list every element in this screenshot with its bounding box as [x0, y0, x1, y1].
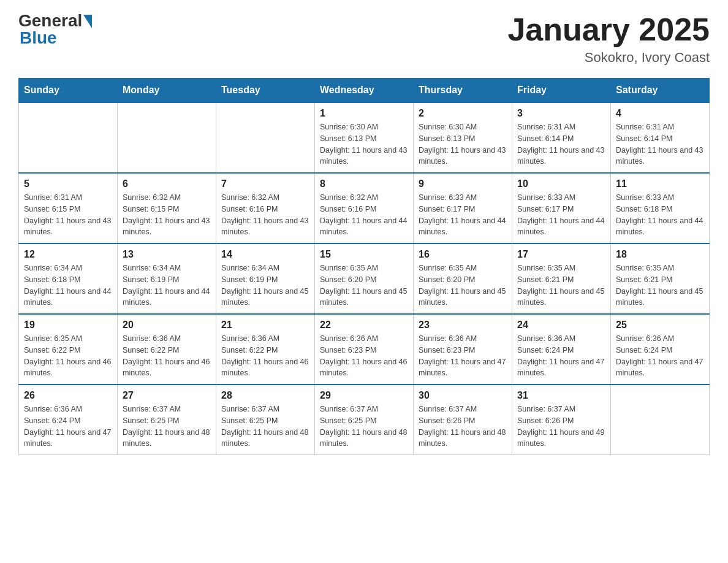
table-row: 7Sunrise: 6:32 AM Sunset: 6:16 PM Daylig… — [216, 173, 315, 243]
day-info: Sunrise: 6:36 AM Sunset: 6:24 PM Dayligh… — [616, 333, 704, 379]
day-number: 7 — [221, 178, 309, 190]
day-number: 22 — [320, 320, 408, 331]
table-row: 23Sunrise: 6:36 AM Sunset: 6:23 PM Dayli… — [414, 314, 512, 385]
day-info: Sunrise: 6:35 AM Sunset: 6:20 PM Dayligh… — [320, 262, 408, 308]
day-info: Sunrise: 6:36 AM Sunset: 6:22 PM Dayligh… — [123, 333, 211, 379]
day-info: Sunrise: 6:35 AM Sunset: 6:20 PM Dayligh… — [419, 262, 507, 308]
col-monday: Monday — [118, 79, 216, 103]
table-row: 25Sunrise: 6:36 AM Sunset: 6:24 PM Dayli… — [611, 314, 710, 385]
calendar-week-row: 26Sunrise: 6:36 AM Sunset: 6:24 PM Dayli… — [19, 385, 710, 455]
title-block: January 2025 Sokokro, Ivory Coast — [507, 12, 710, 66]
day-number: 20 — [123, 320, 211, 331]
table-row: 17Sunrise: 6:35 AM Sunset: 6:21 PM Dayli… — [512, 243, 611, 314]
table-row: 6Sunrise: 6:32 AM Sunset: 6:15 PM Daylig… — [118, 173, 216, 243]
day-number: 8 — [320, 178, 408, 190]
day-number: 13 — [123, 249, 211, 260]
table-row — [118, 102, 216, 173]
table-row: 10Sunrise: 6:33 AM Sunset: 6:17 PM Dayli… — [512, 173, 611, 243]
day-number: 23 — [419, 320, 507, 331]
table-row: 14Sunrise: 6:34 AM Sunset: 6:19 PM Dayli… — [216, 243, 315, 314]
day-info: Sunrise: 6:33 AM Sunset: 6:18 PM Dayligh… — [616, 192, 704, 238]
day-info: Sunrise: 6:36 AM Sunset: 6:22 PM Dayligh… — [221, 333, 309, 379]
calendar-week-row: 12Sunrise: 6:34 AM Sunset: 6:18 PM Dayli… — [19, 243, 710, 314]
table-row: 16Sunrise: 6:35 AM Sunset: 6:20 PM Dayli… — [414, 243, 512, 314]
table-row — [216, 102, 315, 173]
day-number: 11 — [616, 178, 704, 190]
table-row: 31Sunrise: 6:37 AM Sunset: 6:26 PM Dayli… — [512, 385, 611, 455]
calendar-week-row: 1Sunrise: 6:30 AM Sunset: 6:13 PM Daylig… — [19, 102, 710, 173]
table-row: 9Sunrise: 6:33 AM Sunset: 6:17 PM Daylig… — [414, 173, 512, 243]
table-row: 19Sunrise: 6:35 AM Sunset: 6:22 PM Dayli… — [19, 314, 118, 385]
day-info: Sunrise: 6:31 AM Sunset: 6:14 PM Dayligh… — [517, 121, 605, 167]
table-row: 3Sunrise: 6:31 AM Sunset: 6:14 PM Daylig… — [512, 102, 611, 173]
day-number: 28 — [221, 390, 309, 401]
day-info: Sunrise: 6:34 AM Sunset: 6:19 PM Dayligh… — [123, 262, 211, 308]
day-info: Sunrise: 6:36 AM Sunset: 6:23 PM Dayligh… — [320, 333, 408, 379]
table-row: 8Sunrise: 6:32 AM Sunset: 6:16 PM Daylig… — [315, 173, 414, 243]
calendar-header-row: Sunday Monday Tuesday Wednesday Thursday… — [19, 79, 710, 103]
day-number: 1 — [320, 108, 408, 119]
page-header: General Blue January 2025 Sokokro, Ivory… — [18, 12, 710, 66]
col-tuesday: Tuesday — [216, 79, 315, 103]
day-info: Sunrise: 6:35 AM Sunset: 6:22 PM Dayligh… — [24, 333, 112, 379]
day-info: Sunrise: 6:37 AM Sunset: 6:25 PM Dayligh… — [320, 404, 408, 450]
table-row: 24Sunrise: 6:36 AM Sunset: 6:24 PM Dayli… — [512, 314, 611, 385]
day-number: 27 — [123, 390, 211, 401]
day-number: 3 — [517, 108, 605, 119]
logo-blue: Blue — [20, 29, 57, 47]
day-number: 31 — [517, 390, 605, 401]
col-saturday: Saturday — [611, 79, 710, 103]
day-info: Sunrise: 6:36 AM Sunset: 6:23 PM Dayligh… — [419, 333, 507, 379]
table-row: 11Sunrise: 6:33 AM Sunset: 6:18 PM Dayli… — [611, 173, 710, 243]
day-number: 29 — [320, 390, 408, 401]
table-row: 26Sunrise: 6:36 AM Sunset: 6:24 PM Dayli… — [19, 385, 118, 455]
day-info: Sunrise: 6:34 AM Sunset: 6:19 PM Dayligh… — [221, 262, 309, 308]
table-row: 29Sunrise: 6:37 AM Sunset: 6:25 PM Dayli… — [315, 385, 414, 455]
day-number: 9 — [419, 178, 507, 190]
col-sunday: Sunday — [19, 79, 118, 103]
table-row: 15Sunrise: 6:35 AM Sunset: 6:20 PM Dayli… — [315, 243, 414, 314]
day-number: 5 — [24, 178, 112, 190]
day-info: Sunrise: 6:30 AM Sunset: 6:13 PM Dayligh… — [419, 121, 507, 167]
table-row: 21Sunrise: 6:36 AM Sunset: 6:22 PM Dayli… — [216, 314, 315, 385]
logo: General Blue — [18, 12, 92, 47]
day-number: 14 — [221, 249, 309, 260]
day-number: 17 — [517, 249, 605, 260]
table-row: 18Sunrise: 6:35 AM Sunset: 6:21 PM Dayli… — [611, 243, 710, 314]
table-row: 5Sunrise: 6:31 AM Sunset: 6:15 PM Daylig… — [19, 173, 118, 243]
table-row: 2Sunrise: 6:30 AM Sunset: 6:13 PM Daylig… — [414, 102, 512, 173]
day-info: Sunrise: 6:33 AM Sunset: 6:17 PM Dayligh… — [419, 192, 507, 238]
day-number: 26 — [24, 390, 112, 401]
day-info: Sunrise: 6:33 AM Sunset: 6:17 PM Dayligh… — [517, 192, 605, 238]
calendar-week-row: 5Sunrise: 6:31 AM Sunset: 6:15 PM Daylig… — [19, 173, 710, 243]
table-row: 27Sunrise: 6:37 AM Sunset: 6:25 PM Dayli… — [118, 385, 216, 455]
day-number: 12 — [24, 249, 112, 260]
day-number: 18 — [616, 249, 704, 260]
day-info: Sunrise: 6:37 AM Sunset: 6:25 PM Dayligh… — [221, 404, 309, 450]
day-info: Sunrise: 6:34 AM Sunset: 6:18 PM Dayligh… — [24, 262, 112, 308]
day-info: Sunrise: 6:36 AM Sunset: 6:24 PM Dayligh… — [24, 404, 112, 450]
day-number: 21 — [221, 320, 309, 331]
table-row: 12Sunrise: 6:34 AM Sunset: 6:18 PM Dayli… — [19, 243, 118, 314]
day-info: Sunrise: 6:31 AM Sunset: 6:15 PM Dayligh… — [24, 192, 112, 238]
day-number: 6 — [123, 178, 211, 190]
day-number: 24 — [517, 320, 605, 331]
calendar-week-row: 19Sunrise: 6:35 AM Sunset: 6:22 PM Dayli… — [19, 314, 710, 385]
day-info: Sunrise: 6:30 AM Sunset: 6:13 PM Dayligh… — [320, 121, 408, 167]
day-info: Sunrise: 6:31 AM Sunset: 6:14 PM Dayligh… — [616, 121, 704, 167]
table-row: 13Sunrise: 6:34 AM Sunset: 6:19 PM Dayli… — [118, 243, 216, 314]
table-row: 20Sunrise: 6:36 AM Sunset: 6:22 PM Dayli… — [118, 314, 216, 385]
day-info: Sunrise: 6:32 AM Sunset: 6:15 PM Dayligh… — [123, 192, 211, 238]
table-row: 22Sunrise: 6:36 AM Sunset: 6:23 PM Dayli… — [315, 314, 414, 385]
table-row: 28Sunrise: 6:37 AM Sunset: 6:25 PM Dayli… — [216, 385, 315, 455]
day-info: Sunrise: 6:32 AM Sunset: 6:16 PM Dayligh… — [320, 192, 408, 238]
day-info: Sunrise: 6:37 AM Sunset: 6:25 PM Dayligh… — [123, 404, 211, 450]
day-info: Sunrise: 6:35 AM Sunset: 6:21 PM Dayligh… — [517, 262, 605, 308]
day-number: 30 — [419, 390, 507, 401]
day-number: 15 — [320, 249, 408, 260]
day-info: Sunrise: 6:32 AM Sunset: 6:16 PM Dayligh… — [221, 192, 309, 238]
day-info: Sunrise: 6:37 AM Sunset: 6:26 PM Dayligh… — [517, 404, 605, 450]
calendar-subtitle: Sokokro, Ivory Coast — [507, 50, 710, 66]
calendar-title: January 2025 — [507, 12, 710, 47]
table-row: 4Sunrise: 6:31 AM Sunset: 6:14 PM Daylig… — [611, 102, 710, 173]
